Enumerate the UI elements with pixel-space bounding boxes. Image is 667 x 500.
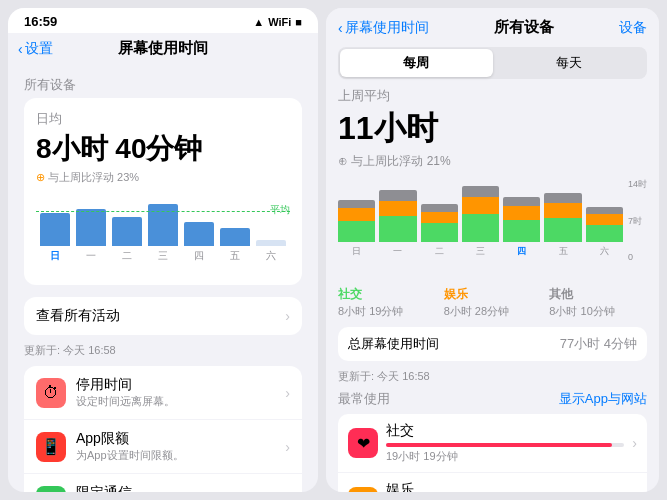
menu-item-icon: 📱	[36, 432, 66, 462]
bar-day-label: 六	[266, 249, 276, 263]
status-icons: ▲ WiFi ■	[253, 16, 302, 28]
right-bar-segs	[462, 172, 499, 242]
menu-item-subtitle: 设定时间远离屏幕。	[76, 394, 275, 409]
bar-entertainment-seg	[586, 214, 623, 225]
category-name: 其他	[549, 286, 647, 303]
menu-item-text: 限定通信根据您的联系人设定限制。	[76, 484, 275, 492]
right-bar-day-label: 一	[393, 245, 402, 258]
right-bar-wrap: 二	[421, 172, 458, 258]
compare-tag: ⊕ 与上周比浮动 23%	[36, 170, 290, 185]
bar-day-label: 五	[230, 249, 240, 263]
chart-bars: 日一二三四五六	[36, 193, 290, 263]
left-bar-wrap: 五	[220, 186, 250, 263]
up-icon: ⊕	[36, 171, 45, 184]
bar-other-seg	[379, 190, 416, 201]
app-info: 社交19小时 19分钟	[386, 422, 624, 464]
battery-icon: ■	[295, 16, 302, 28]
right-bar-wrap: 四	[503, 172, 540, 258]
menu-section: ⏱停用时间设定时间远离屏幕。›📱App限额为App设置时间限额。›✉限定通信根据…	[24, 366, 302, 492]
bar-social-seg	[421, 223, 458, 242]
y-axis-labels: 14时7时0	[628, 178, 647, 262]
back-chevron-icon-right: ‹	[338, 20, 343, 36]
daily-label: 日均	[36, 110, 290, 128]
right-bar-segs	[421, 172, 458, 242]
bar-segment	[40, 213, 70, 246]
category-time: 8小时 28分钟	[444, 304, 542, 319]
left-nav-bar: ‹ 设置 屏幕使用时间	[8, 33, 318, 64]
view-all-row[interactable]: 查看所有活动 ›	[24, 297, 302, 335]
left-panel: 16:59 ▲ WiFi ■ ‹ 设置 屏幕使用时间 所有设备 日均 8小时 4…	[8, 8, 318, 492]
bar-entertainment-seg	[462, 197, 499, 214]
segment-control: 每周每天	[338, 47, 647, 79]
segment-button-每天[interactable]: 每天	[493, 49, 646, 77]
most-used-label: 最常使用	[338, 390, 390, 408]
app-list-item[interactable]: 🎬娱乐8小时 28分钟›	[338, 473, 647, 492]
bar-entertainment-seg	[503, 206, 540, 219]
left-back-button[interactable]: ‹ 设置	[18, 40, 53, 58]
bar-day-label: 日	[50, 249, 60, 263]
signal-icon: ▲	[253, 16, 264, 28]
right-bar-day-label: 二	[435, 245, 444, 258]
all-devices-header: 所有设备	[8, 72, 318, 98]
app-name: 娱乐	[386, 481, 624, 492]
show-apps-action[interactable]: 显示App与网站	[559, 390, 647, 408]
total-value: 77小时 4分钟	[560, 335, 637, 353]
segment-button-每周[interactable]: 每周	[340, 49, 493, 77]
bar-day-label: 四	[194, 249, 204, 263]
daily-stats-card: 日均 8小时 40分钟 ⊕ 与上周比浮动 23% 平均 日一二三四五六	[24, 98, 302, 285]
bar-social-seg	[379, 216, 416, 242]
right-bar-wrap: 六	[586, 172, 623, 258]
bar-seg-wrap	[40, 186, 70, 246]
menu-item-icon: ✉	[36, 486, 66, 493]
right-content: 上周平均 11小时 ⊕ 与上周比浮动 21% 14时7时0 日一二三四五六 社交…	[326, 87, 659, 492]
bar-day-label: 二	[122, 249, 132, 263]
menu-item-text: 停用时间设定时间远离屏幕。	[76, 376, 275, 409]
back-chevron-icon: ‹	[18, 41, 23, 57]
menu-item[interactable]: 📱App限额为App设置时间限额。›	[24, 420, 302, 474]
app-icon: 🎬	[348, 487, 378, 492]
chevron-right-icon: ›	[285, 308, 290, 324]
app-info: 娱乐8小时 28分钟	[386, 481, 624, 492]
total-label: 总屏幕使用时间	[348, 335, 439, 353]
bar-segment	[112, 217, 142, 246]
bar-social-seg	[586, 225, 623, 243]
category-time: 8小时 10分钟	[549, 304, 647, 319]
left-bar-wrap: 三	[148, 186, 178, 263]
menu-item[interactable]: ⏱停用时间设定时间远离屏幕。›	[24, 366, 302, 420]
app-time: 19小时 19分钟	[386, 449, 624, 464]
bar-entertainment-seg	[421, 212, 458, 223]
most-used-header: 最常使用 显示App与网站	[338, 390, 647, 408]
right-bar-segs	[586, 172, 623, 242]
menu-item-title: 停用时间	[76, 376, 275, 394]
menu-item[interactable]: ✉限定通信根据您的联系人设定限制。›	[24, 474, 302, 492]
app-list-item[interactable]: ❤社交19小时 19分钟›	[338, 414, 647, 473]
avg-label: 平均	[270, 203, 290, 217]
bar-seg-wrap	[184, 186, 214, 246]
bar-other-seg	[421, 204, 458, 212]
category-name: 娱乐	[444, 286, 542, 303]
bar-social-seg	[544, 218, 581, 243]
bar-day-label: 一	[86, 249, 96, 263]
y-axis-label: 0	[628, 252, 647, 262]
menu-item-title: App限额	[76, 430, 275, 448]
right-bar-day-label: 三	[476, 245, 485, 258]
bar-other-seg	[544, 193, 581, 203]
right-back-button[interactable]: ‹ 屏幕使用时间	[338, 19, 429, 37]
bar-other-seg	[503, 197, 540, 206]
bar-social-seg	[503, 220, 540, 242]
left-bar-wrap: 四	[184, 186, 214, 263]
bar-segment	[184, 222, 214, 246]
app-chevron-icon: ›	[632, 435, 637, 451]
right-nav-action[interactable]: 设备	[619, 19, 647, 37]
right-bar-day-label: 五	[559, 245, 568, 258]
right-bar-day-label: 日	[352, 245, 361, 258]
left-bar-wrap: 日	[40, 186, 70, 263]
app-usage-bar	[386, 443, 624, 447]
right-nav-bar: ‹ 屏幕使用时间 所有设备 设备	[326, 8, 659, 43]
compare-icon-right: ⊕	[338, 154, 348, 168]
left-bar-wrap: 六	[256, 186, 286, 263]
weekly-compare: ⊕ 与上周比浮动 21%	[338, 153, 647, 170]
category-time: 8小时 19分钟	[338, 304, 436, 319]
right-bar-wrap: 日	[338, 172, 375, 258]
right-chart: 14时7时0 日一二三四五六	[338, 178, 647, 278]
